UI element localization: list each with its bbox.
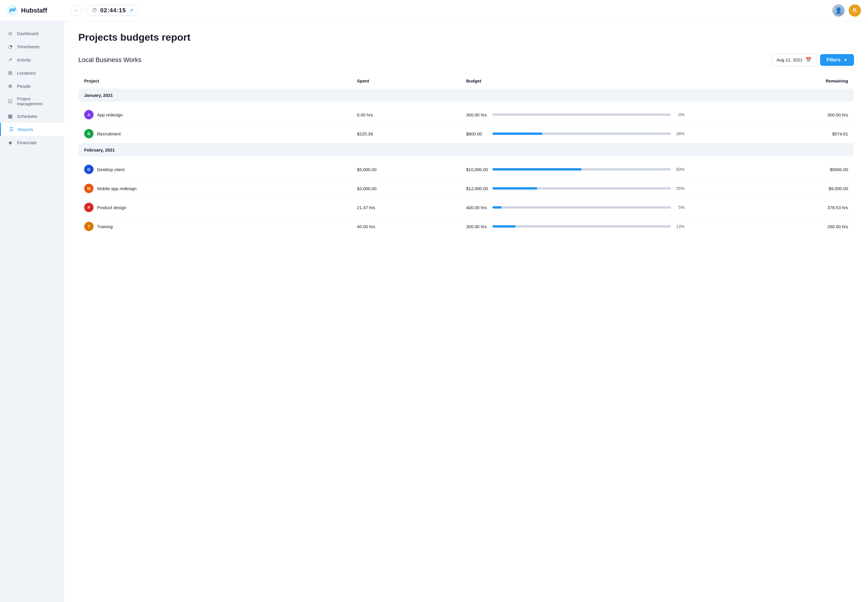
spent-cell: 21.47 hrs [357, 205, 466, 210]
remaining-cell: $5000.00 [684, 167, 848, 172]
progress-fill [493, 132, 542, 135]
progress-pct: 5% [674, 205, 684, 210]
project-badge: T [84, 222, 93, 231]
sidebar-item-locations[interactable]: ⊞ Locations [0, 66, 64, 80]
user-initial-badge[interactable]: K [849, 5, 861, 17]
table-header: Project Spent Budget Remaining [78, 75, 854, 86]
sidebar-item-activity[interactable]: ↗ Activity [0, 53, 64, 66]
col-budget: Budget [466, 78, 684, 83]
table-row: P Product design 21.47 hrs 400.00 hrs 5%… [78, 198, 854, 217]
sidebar-item-timesheets[interactable]: ◔ Timesheets [0, 40, 64, 53]
table-row: A App redesign 0.00 hrs 300.00 hrs 0% 30… [78, 105, 854, 124]
budget-cell: $10,000.00 50% [466, 167, 684, 172]
progress-pct: 28% [674, 131, 684, 136]
progress-bar [493, 206, 671, 209]
progress-bar [493, 187, 671, 190]
timesheets-icon: ◔ [7, 44, 14, 50]
budget-cell: 300.00 hrs 0% [466, 112, 684, 117]
remaining-cell: 260.00 hrs [684, 224, 848, 229]
project-cell: T Training [84, 222, 357, 231]
reports-icon: ☰ [8, 126, 14, 132]
filters-button[interactable]: Filters ▼ [820, 54, 854, 66]
filters-right: Aug 12, 2021 📅 Filters ▼ [772, 54, 854, 66]
progress-fill [493, 225, 516, 227]
month-group: February, 2021 [78, 143, 854, 157]
sidebar-item-people[interactable]: ⊛ People [0, 80, 64, 93]
table-body: January, 2021 A App redesign 0.00 hrs 30… [78, 89, 854, 236]
org-name: Local Business Works [78, 56, 141, 64]
budget-value: 300.00 hrs [466, 112, 490, 117]
calendar-icon: 📅 [805, 57, 811, 63]
project-name: Mobile app redesign [97, 186, 136, 191]
project-badge: M [84, 184, 93, 193]
col-project: Project [84, 78, 357, 83]
back-button[interactable]: ← [71, 5, 82, 16]
people-icon: ⊛ [7, 83, 14, 89]
main-content: Projects budgets report Local Business W… [64, 21, 868, 602]
table-row: D Desktop client $5,000.00 $10,000.00 50… [78, 160, 854, 179]
budget-cell: 400.00 hrs 5% [466, 205, 684, 210]
topbar-right: 👤 K [832, 5, 861, 17]
date-picker[interactable]: Aug 12, 2021 📅 [772, 54, 817, 66]
project-name: Desktop client [97, 167, 124, 172]
sidebar-label-schedules: Schedules [17, 114, 37, 119]
sidebar-label-timesheets: Timesheets [17, 44, 40, 49]
progress-bar [493, 132, 671, 135]
activity-icon: ↗ [7, 57, 14, 63]
sidebar-item-schedules[interactable]: ▦ Schedules [0, 110, 64, 123]
project-name: App redesign [97, 112, 123, 117]
sidebar-label-financials: Financials [17, 140, 37, 145]
spent-cell: 40.00 hrs [357, 224, 466, 229]
schedules-icon: ▦ [7, 113, 14, 119]
sidebar-item-financials[interactable]: ◈ Financials [0, 136, 64, 149]
sidebar-label-locations: Locations [17, 71, 36, 75]
sidebar: ⊙ Dashboard ◔ Timesheets ↗ Activity ⊞ Lo… [0, 21, 64, 602]
sidebar-item-reports[interactable]: ☰ Reports [0, 123, 64, 136]
project-cell: R Recruitment [84, 129, 357, 138]
budget-value: 300.00 hrs [466, 224, 490, 229]
remaining-cell: 300.00 hrs [684, 112, 848, 117]
budget-value: 400.00 hrs [466, 205, 490, 210]
project-management-icon: ☑ [7, 98, 14, 104]
progress-pct: 0% [674, 112, 684, 117]
sidebar-label-people: People [17, 84, 31, 89]
hubstaff-logo-icon [7, 5, 18, 16]
project-badge: D [84, 165, 93, 174]
locations-icon: ⊞ [7, 70, 14, 76]
sidebar-label-dashboard: Dashboard [17, 31, 38, 36]
sidebar-label-project-management: Project management [17, 96, 57, 106]
project-badge: R [84, 129, 93, 138]
month-group: January, 2021 [78, 89, 854, 102]
main-layout: ⊙ Dashboard ◔ Timesheets ↗ Activity ⊞ Lo… [0, 21, 868, 602]
logo-text: Hubstaff [21, 7, 47, 14]
chevron-down-icon: ▼ [844, 58, 848, 62]
sidebar-label-activity: Activity [17, 57, 31, 62]
sidebar-label-reports: Reports [18, 127, 33, 132]
spent-cell: $225.39 [357, 131, 466, 136]
financials-icon: ◈ [7, 140, 14, 146]
budget-value: $10,000.00 [466, 167, 490, 172]
logo-area: Hubstaff [7, 5, 71, 16]
timer-icon: ⏱ [92, 7, 97, 14]
progress-bar [493, 168, 671, 170]
project-name: Product design [97, 205, 126, 210]
spent-cell: 0.00 hrs [357, 112, 466, 117]
progress-bar [493, 114, 671, 116]
sidebar-item-project-management[interactable]: ☑ Project management [0, 93, 64, 110]
progress-bar [493, 225, 671, 227]
budget-cell: $12,000.00 25% [466, 186, 684, 191]
project-badge: P [84, 203, 93, 212]
date-value: Aug 12, 2021 [776, 57, 802, 62]
user-avatar[interactable]: 👤 [832, 5, 845, 17]
page-title: Projects budgets report [78, 32, 854, 43]
timer-display: 02:44:15 [100, 7, 126, 14]
timer-expand-icon: ↗ [129, 7, 133, 14]
table-row: R Recruitment $225.39 $800.00 28% $574.6… [78, 124, 854, 143]
project-cell: M Mobile app redesign [84, 184, 357, 193]
sidebar-item-dashboard[interactable]: ⊙ Dashboard [0, 27, 64, 40]
project-name: Recruitment [97, 131, 121, 136]
project-cell: D Desktop client [84, 165, 357, 174]
topbar: Hubstaff ← ⏱ 02:44:15 ↗ 👤 K [0, 0, 868, 21]
timer-widget[interactable]: ⏱ 02:44:15 ↗ [87, 5, 139, 16]
progress-fill [493, 187, 537, 190]
